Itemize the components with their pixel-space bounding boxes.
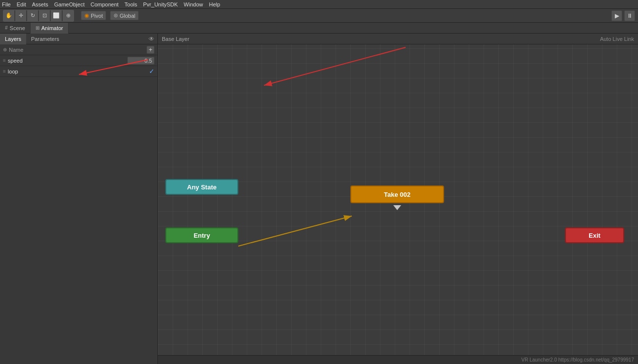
menu-file[interactable]: File [2, 1, 11, 7]
tab-animator[interactable]: ⊞ Animator [31, 23, 69, 34]
eye-icon[interactable]: 👁 [149, 36, 157, 42]
exit-node[interactable]: Exit [565, 227, 624, 243]
transform-tool-button[interactable]: ⊕ [63, 10, 74, 21]
param-check-loop[interactable]: ✓ [149, 68, 154, 75]
left-panel: Layers Parameters 👁 ⊕ Name + ≡ speed ≡ l… [0, 34, 158, 364]
status-bar: VR Launcher2.0 https://blog.csdn.net/qq_… [158, 355, 638, 364]
move-tool-button[interactable]: ✛ [15, 10, 26, 21]
drag-handle-speed: ≡ [3, 58, 6, 63]
menu-help[interactable]: Help [209, 1, 220, 7]
toolbar: ✋ ✛ ↻ ⊡ ⬜ ⊕ ◉ Pivot ⊛ Global ▶ ⏸ [0, 9, 638, 23]
menu-tools[interactable]: Tools [124, 1, 137, 7]
base-layer-label: Base Layer [162, 36, 189, 42]
param-row-loop[interactable]: ≡ loop ✓ [0, 66, 157, 77]
animator-header: Base Layer Auto Live Link [158, 34, 638, 44]
pivot-button[interactable]: ◉ Pivot [81, 11, 106, 20]
menu-window[interactable]: Window [184, 1, 203, 7]
param-name-speed: speed [8, 58, 127, 64]
pause-button[interactable]: ⏸ [624, 10, 635, 21]
play-controls: ▶ ⏸ [611, 10, 635, 21]
panel-tabs: Layers Parameters 👁 [0, 34, 157, 44]
params-header: ⊕ Name + [0, 44, 157, 55]
any-state-node[interactable]: Any State [165, 179, 238, 195]
menu-edit[interactable]: Edit [17, 1, 26, 7]
play-button[interactable]: ▶ [611, 10, 622, 21]
panel-tab-layers[interactable]: Layers [0, 34, 26, 44]
hand-tool-button[interactable]: ✋ [3, 10, 14, 21]
menu-bar: File Edit Assets GameObject Component To… [0, 0, 638, 9]
param-row-speed[interactable]: ≡ speed [0, 55, 157, 66]
scale-tool-button[interactable]: ⊡ [39, 10, 50, 21]
param-value-speed[interactable] [127, 57, 154, 65]
add-param-button[interactable]: + [147, 46, 154, 54]
entry-node[interactable]: Entry [165, 227, 238, 243]
global-button[interactable]: ⊛ Global [110, 11, 139, 20]
animator-canvas[interactable]: Base Layer Auto Live Link Any State [158, 34, 638, 364]
status-text: VR Launcher2.0 https://blog.csdn.net/qq_… [521, 357, 634, 363]
panel-tab-parameters[interactable]: Parameters [26, 34, 64, 44]
name-label: Name [9, 47, 23, 53]
menu-component[interactable]: Component [90, 1, 118, 7]
drag-handle-loop: ≡ [3, 69, 6, 74]
take002-node[interactable]: Take 002 [350, 185, 444, 203]
pivot-global-group: ◉ Pivot ⊛ Global [81, 11, 139, 20]
tab-bar: # Scene ⊞ Animator [0, 23, 638, 34]
auto-live-link[interactable]: Auto Live Link [600, 36, 634, 42]
param-name-loop: loop [8, 69, 149, 74]
tab-scene[interactable]: # Scene [0, 23, 31, 34]
main-content: Layers Parameters 👁 ⊕ Name + ≡ speed ≡ l… [0, 34, 638, 364]
rotate-tool-button[interactable]: ↻ [27, 10, 38, 21]
rect-tool-button[interactable]: ⬜ [51, 10, 62, 21]
menu-pvr[interactable]: Pvr_UnitySDK [143, 1, 178, 7]
toolbar-transform-group: ✋ ✛ ↻ ⊡ ⬜ ⊕ [3, 10, 74, 22]
state-triangle-indicator [393, 205, 401, 210]
menu-gameobject[interactable]: GameObject [54, 1, 85, 7]
menu-assets[interactable]: Assets [32, 1, 48, 7]
